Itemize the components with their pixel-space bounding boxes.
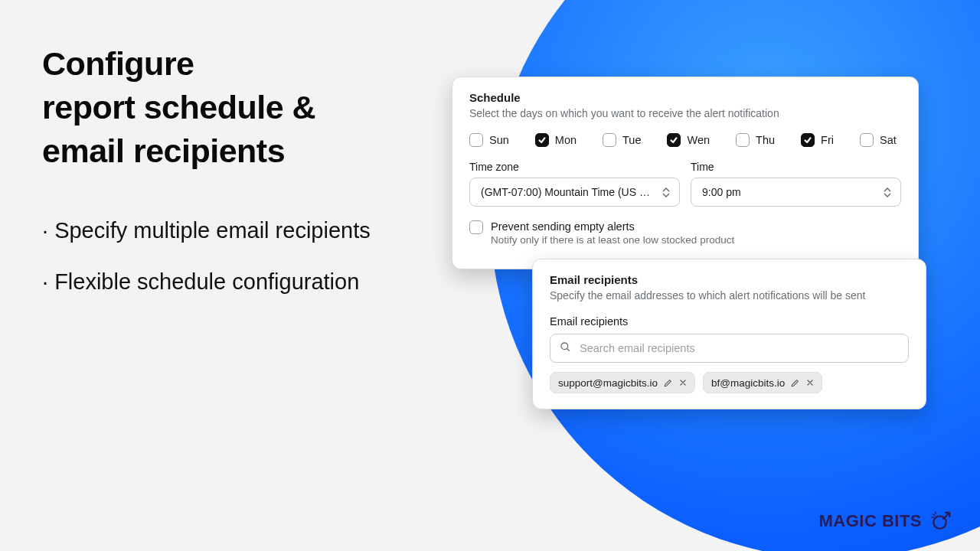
select-caret-icon (882, 187, 893, 197)
headline: Configure report schedule & email recipi… (42, 42, 394, 172)
day-checkbox-tue[interactable]: Tue (603, 133, 641, 147)
brand-mark-icon (929, 510, 952, 533)
recipients-subtitle: Specify the email addresses to which ale… (550, 289, 909, 302)
day-checkbox-fri[interactable]: Fri (801, 133, 834, 147)
marketing-copy: Configure report schedule & email recipi… (42, 42, 394, 317)
bullet-1: · Specify multiple email recipients (42, 215, 394, 246)
bullet-2: · Flexible schedule configuration (42, 266, 394, 298)
schedule-title: Schedule (469, 91, 901, 104)
prevent-empty-alerts-row: Prevent sending empty alerts Notify only… (469, 220, 901, 246)
checkbox-icon (535, 133, 549, 147)
time-select[interactable]: 9:00 pm (691, 178, 901, 207)
day-checkbox-thu[interactable]: Thu (736, 133, 775, 147)
day-checkbox-mon[interactable]: Mon (535, 133, 577, 147)
checkbox-icon (603, 133, 616, 147)
email-recipients-card: Email recipients Specify the email addre… (532, 259, 926, 409)
day-checkbox-wen[interactable]: Wen (667, 133, 710, 147)
checkbox-icon (469, 133, 483, 147)
recipients-chips: support@magicbits.iobf@magicbits.io (550, 372, 909, 393)
brand-logo: MAGIC BITS (818, 510, 952, 533)
edit-icon[interactable] (789, 377, 800, 388)
day-label: Thu (756, 134, 775, 146)
timezone-value: (GMT-07:00) Mountain Time (US & Ca… (481, 186, 657, 198)
day-checkbox-sat[interactable]: Sat (860, 133, 897, 147)
day-label: Sun (489, 134, 509, 146)
recipients-field-label: Email recipients (550, 315, 909, 328)
time-value: 9:00 pm (702, 186, 741, 198)
checkbox-icon (860, 133, 874, 147)
time-label: Time (691, 161, 901, 173)
recipient-email: bf@magicbits.io (711, 377, 785, 389)
schedule-subtitle: Select the days on which you want to rec… (469, 107, 901, 119)
day-checkbox-sun[interactable]: Sun (469, 133, 509, 147)
remove-icon[interactable] (678, 377, 688, 388)
day-label: Fri (821, 134, 834, 146)
prevent-empty-alerts-hint: Notify only if there is at least one low… (491, 234, 734, 246)
recipients-search (550, 334, 909, 363)
time-field: Time 9:00 pm (691, 161, 901, 207)
headline-line-1: Configure (42, 45, 194, 82)
timezone-field: Time zone (GMT-07:00) Mountain Time (US … (469, 161, 680, 207)
prevent-empty-alerts-label: Prevent sending empty alerts (491, 220, 734, 233)
remove-icon[interactable] (805, 377, 815, 388)
headline-line-2: report schedule & (42, 89, 315, 126)
checkbox-icon (667, 133, 681, 147)
day-label: Sat (880, 134, 897, 146)
recipient-chip: bf@magicbits.io (703, 372, 822, 393)
recipients-title: Email recipients (550, 273, 909, 286)
timezone-label: Time zone (469, 161, 680, 173)
select-caret-icon (661, 187, 671, 197)
brand-name: MAGIC BITS (818, 511, 922, 531)
edit-icon[interactable] (662, 377, 673, 388)
days-row: SunMonTueWenThuFriSat (469, 133, 901, 147)
day-label: Wen (687, 134, 710, 146)
checkbox-icon (801, 133, 815, 147)
day-label: Tue (622, 134, 641, 146)
prevent-empty-alerts-checkbox[interactable] (469, 220, 483, 234)
schedule-card: Schedule Select the days on which you wa… (452, 77, 919, 269)
recipients-search-input[interactable] (550, 334, 909, 363)
recipient-chip: support@magicbits.io (550, 372, 695, 393)
search-icon (559, 341, 571, 356)
headline-line-3: email recipients (42, 132, 285, 169)
checkbox-icon (736, 133, 750, 147)
timezone-select[interactable]: (GMT-07:00) Mountain Time (US & Ca… (469, 178, 680, 207)
day-label: Mon (555, 134, 577, 146)
recipient-email: support@magicbits.io (558, 377, 658, 389)
